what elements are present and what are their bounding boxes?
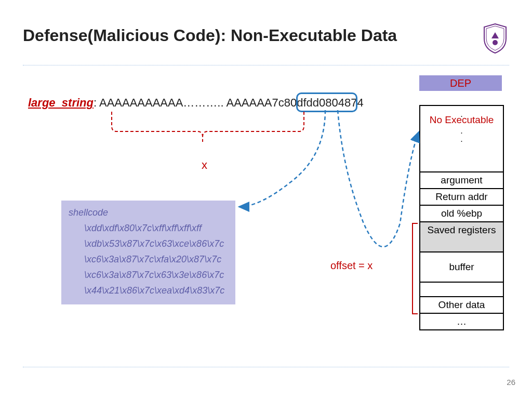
shellcode-line: \xdb\x53\x87\x7c\x63\xce\x86\x7c	[69, 236, 228, 251]
stack-cell-return-addr: Return addr	[420, 189, 503, 206]
stack-cell-ellipsis: …	[420, 314, 503, 330]
large-string-label: large_string	[28, 96, 94, 109]
stack-cell-other-data: Other data	[420, 297, 503, 314]
offset-label: offset = x	[330, 260, 373, 272]
stack-cell-gap	[420, 283, 503, 297]
large-string-sep: :	[94, 96, 99, 109]
large-string-a: AAAAAAAAAAA……….. AAAAAA	[99, 96, 272, 109]
stack-cell-top: . .. No Executable	[420, 106, 503, 172]
offset-bracket	[411, 222, 419, 315]
x-span-brace	[109, 112, 307, 148]
stack-diagram: . .. No Executable argument Return addr …	[419, 105, 504, 330]
shellcode-line: \xc6\x3a\x87\x7c\x63\x3e\x86\x7c	[69, 267, 228, 283]
shellcode-line: \xdd\xdf\x80\x7c\xff\xff\xff\xff	[69, 220, 228, 236]
shellcode-line: \x44\x21\x86\x7c\xea\xd4\x83\x7c	[69, 283, 228, 298]
slide-title: Defense(Malicious Code): Non-Executable …	[23, 26, 397, 45]
shellcode-box: shellcode \xdd\xdf\x80\x7c\xff\xff\xff\x…	[61, 201, 235, 304]
stack-cell-saved-registers: Saved registers	[420, 222, 503, 252]
dep-badge: DEP	[419, 75, 502, 91]
footer-rule	[23, 367, 509, 367]
stack-cell-buffer: buffer	[420, 252, 503, 283]
slide-root: Defense(Malicious Code): Non-Executable …	[0, 0, 532, 399]
shellcode-line: \xc6\x3a\x87\x7c\xfa\x20\x87\x7c	[69, 251, 228, 267]
stack-cell-argument: argument	[420, 172, 503, 189]
x-label: x	[202, 158, 207, 172]
university-crest-icon	[482, 23, 508, 54]
stack-cell-old-ebp: old %ebp	[420, 206, 503, 222]
no-executable-label: No Executable	[420, 114, 503, 126]
page-number: 26	[507, 378, 515, 387]
header-rule	[23, 65, 509, 65]
svg-point-0	[493, 40, 498, 45]
shellcode-header: shellcode	[69, 205, 228, 220]
return-address-highlight	[296, 92, 357, 112]
